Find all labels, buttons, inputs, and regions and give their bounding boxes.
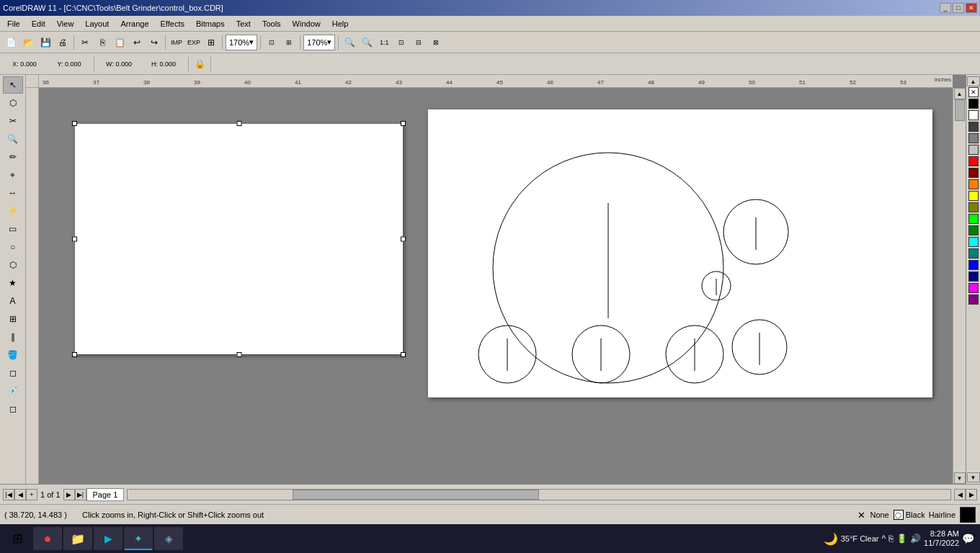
- page-first-button[interactable]: |◀: [3, 489, 14, 500]
- close-button[interactable]: ✕: [966, 3, 977, 13]
- open-button[interactable]: 📂: [20, 35, 36, 50]
- vscroll-thumb[interactable]: [955, 99, 965, 121]
- eyedropper-tool[interactable]: 💉: [3, 382, 23, 400]
- taskbar-coreldraw[interactable]: ✦: [124, 527, 153, 550]
- undo-button[interactable]: ↩: [129, 35, 145, 50]
- handle-bl[interactable]: [72, 352, 77, 357]
- eraser-tool[interactable]: ◻: [3, 400, 23, 418]
- rect-tool[interactable]: ▭: [3, 220, 23, 238]
- swatch-lightgray[interactable]: [968, 145, 979, 155]
- menu-item-text[interactable]: Text: [231, 18, 257, 30]
- page-left[interactable]: [75, 124, 403, 354]
- menu-item-window[interactable]: Window: [287, 18, 326, 30]
- lock-ratio-button[interactable]: 🔒: [192, 56, 208, 72]
- canvas-area[interactable]: inches 36 37 38 39 40 41 42 43 44 45 46 …: [26, 75, 966, 484]
- object-height[interactable]: H: 0.000: [142, 56, 185, 72]
- paste-button[interactable]: 📋: [112, 35, 128, 50]
- dimension-tool[interactable]: ↔: [3, 184, 23, 202]
- copy-button[interactable]: ⎘: [94, 35, 110, 50]
- object-width[interactable]: W: 0.000: [97, 56, 141, 72]
- zoom-page-button[interactable]: ⊠: [428, 35, 444, 50]
- handle-rc[interactable]: [401, 237, 406, 242]
- hscroll-thumb[interactable]: [293, 490, 539, 500]
- polygon-tool[interactable]: ⬡: [3, 256, 23, 274]
- page-right[interactable]: [428, 109, 932, 397]
- palette-scroll-up[interactable]: ▲: [967, 76, 980, 86]
- smart-draw-tool[interactable]: ⌖: [3, 166, 23, 184]
- minimize-button[interactable]: _: [940, 3, 951, 13]
- page-tab[interactable]: Page 1: [86, 488, 125, 501]
- basic-shapes-tool[interactable]: ★: [3, 274, 23, 292]
- object-position-x[interactable]: X: 0.000: [3, 56, 46, 72]
- vscroll-up[interactable]: ▲: [954, 88, 966, 99]
- handle-tr[interactable]: [401, 121, 406, 126]
- handle-tc[interactable]: [236, 121, 241, 126]
- swatch-magenta[interactable]: [968, 283, 979, 293]
- new-button[interactable]: 📄: [3, 35, 19, 50]
- vscroll-down[interactable]: ▼: [954, 472, 966, 484]
- save-button[interactable]: 💾: [37, 35, 53, 50]
- zoom-actual-button[interactable]: 1:1: [376, 35, 392, 50]
- ellipse-tool[interactable]: ○: [3, 238, 23, 256]
- fill-tool[interactable]: 🪣: [3, 346, 23, 364]
- zoom-all-button[interactable]: ⊟: [411, 35, 427, 50]
- parallel-tool[interactable]: ∥: [3, 328, 23, 346]
- swatch-purple[interactable]: [968, 295, 979, 305]
- swatch-darkblue[interactable]: [968, 271, 979, 282]
- object-position-y[interactable]: Y: 0.000: [48, 56, 91, 72]
- zoom-out-button[interactable]: 🔍: [359, 35, 375, 50]
- export-button[interactable]: EXP: [186, 35, 202, 50]
- page-prev-button[interactable]: ◀: [14, 489, 26, 500]
- interactive-tool[interactable]: ⚡: [3, 202, 23, 220]
- start-button[interactable]: ⊞: [3, 527, 32, 550]
- color-none[interactable]: ✕: [968, 87, 979, 97]
- zoom-fit-button[interactable]: ⊡: [393, 35, 409, 50]
- swatch-blue[interactable]: [968, 260, 979, 270]
- select-tool[interactable]: ↖: [3, 76, 23, 94]
- snap-button2[interactable]: ⊞: [281, 35, 297, 50]
- vscroll-track[interactable]: [953, 99, 966, 472]
- snap-button[interactable]: ⊡: [264, 35, 280, 50]
- menu-item-effects[interactable]: Effects: [155, 18, 190, 30]
- redo-button[interactable]: ↪: [146, 35, 162, 50]
- palette-scroll-down[interactable]: ▼: [967, 472, 980, 482]
- menu-item-file[interactable]: File: [1, 18, 26, 30]
- maximize-button[interactable]: □: [953, 3, 964, 13]
- zoom-in-button[interactable]: 🔍: [342, 35, 357, 50]
- menu-item-help[interactable]: Help: [326, 18, 355, 30]
- import-button[interactable]: IMP: [169, 35, 184, 50]
- menu-item-tools[interactable]: Tools: [257, 18, 287, 30]
- active-color-box[interactable]: [960, 507, 976, 523]
- menu-item-layout[interactable]: Layout: [79, 18, 115, 30]
- vertical-scrollbar[interactable]: ▲ ▼: [953, 88, 966, 484]
- text-tool[interactable]: A: [3, 292, 23, 310]
- swatch-lime[interactable]: [968, 214, 979, 224]
- handle-bc[interactable]: [236, 352, 241, 357]
- zoom-tool[interactable]: 🔍: [3, 130, 23, 148]
- taskbar-terminal[interactable]: ▶: [94, 527, 122, 550]
- swatch-cyan[interactable]: [968, 237, 979, 247]
- swatch-green[interactable]: [968, 225, 979, 235]
- menu-item-edit[interactable]: Edit: [26, 18, 51, 30]
- swatch-darkyellow[interactable]: [968, 202, 979, 212]
- menu-item-bitmaps[interactable]: Bitmaps: [190, 18, 231, 30]
- zoom-dropdown[interactable]: 170% ▾: [226, 35, 257, 50]
- swatch-red[interactable]: [968, 156, 979, 166]
- page-add-button[interactable]: +: [26, 489, 37, 500]
- cut-button[interactable]: ✂: [77, 35, 93, 50]
- swatch-gray[interactable]: [968, 133, 979, 143]
- notification-icon[interactable]: 💬: [962, 533, 974, 544]
- crop-tool[interactable]: ✂: [3, 112, 23, 130]
- application-launcher[interactable]: ⊞: [203, 35, 219, 50]
- handle-lc[interactable]: [72, 237, 77, 242]
- shape-tool[interactable]: ⬡: [3, 94, 23, 112]
- drawing-canvas[interactable]: [39, 88, 966, 484]
- swatch-darkgray[interactable]: [968, 122, 979, 132]
- menu-item-view[interactable]: View: [51, 18, 80, 30]
- print-button[interactable]: 🖨: [55, 35, 71, 50]
- hscrollbar[interactable]: [127, 489, 951, 500]
- outline-tool[interactable]: ◻: [3, 364, 23, 382]
- hscroll-left[interactable]: ◀: [954, 489, 966, 500]
- freehand-tool[interactable]: ✏: [3, 148, 23, 166]
- swatch-darkcyan[interactable]: [968, 248, 979, 258]
